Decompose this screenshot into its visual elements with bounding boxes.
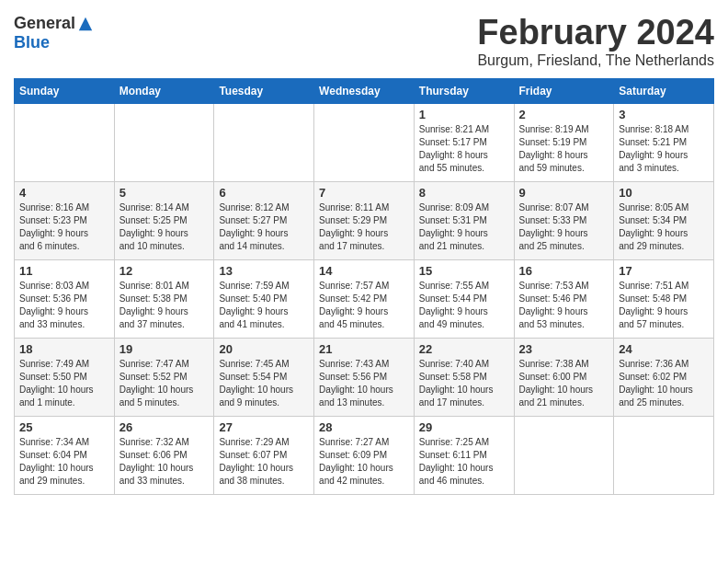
calendar-cell: 29Sunrise: 7:25 AM Sunset: 6:11 PM Dayli… [414, 416, 514, 494]
day-number: 15 [419, 264, 509, 278]
day-number: 29 [419, 420, 509, 434]
day-info: Sunrise: 7:38 AM Sunset: 6:00 PM Dayligh… [519, 358, 609, 409]
day-info: Sunrise: 7:47 AM Sunset: 5:52 PM Dayligh… [119, 358, 210, 409]
day-info: Sunrise: 8:21 AM Sunset: 5:17 PM Dayligh… [419, 123, 509, 175]
day-info: Sunrise: 7:36 AM Sunset: 6:02 PM Dayligh… [619, 358, 709, 409]
calendar-table: SundayMondayTuesdayWednesdayThursdayFrid… [14, 78, 714, 495]
day-number: 21 [319, 342, 409, 356]
logo-blue: Blue [14, 33, 50, 52]
calendar-week-5: 25Sunrise: 7:34 AM Sunset: 6:04 PM Dayli… [15, 416, 714, 494]
calendar-body: 1Sunrise: 8:21 AM Sunset: 5:17 PM Daylig… [15, 103, 714, 494]
day-info: Sunrise: 8:14 AM Sunset: 5:25 PM Dayligh… [119, 201, 210, 253]
calendar-cell: 11Sunrise: 8:03 AM Sunset: 5:36 PM Dayli… [15, 259, 115, 338]
day-info: Sunrise: 7:40 AM Sunset: 5:58 PM Dayligh… [419, 358, 509, 409]
calendar-cell: 23Sunrise: 7:38 AM Sunset: 6:00 PM Dayli… [514, 338, 614, 416]
calendar-cell: 22Sunrise: 7:40 AM Sunset: 5:58 PM Dayli… [414, 338, 514, 416]
calendar-week-1: 1Sunrise: 8:21 AM Sunset: 5:17 PM Daylig… [15, 103, 714, 181]
day-info: Sunrise: 7:34 AM Sunset: 6:04 PM Dayligh… [19, 436, 109, 488]
day-info: Sunrise: 7:55 AM Sunset: 5:44 PM Dayligh… [419, 280, 509, 331]
calendar-cell: 17Sunrise: 7:51 AM Sunset: 5:48 PM Dayli… [614, 259, 714, 338]
calendar-cell: 24Sunrise: 7:36 AM Sunset: 6:02 PM Dayli… [614, 338, 714, 416]
day-info: Sunrise: 8:11 AM Sunset: 5:29 PM Dayligh… [319, 201, 409, 253]
month-title: February 2024 [477, 14, 714, 52]
calendar-cell [214, 103, 314, 181]
day-info: Sunrise: 7:43 AM Sunset: 5:56 PM Dayligh… [319, 358, 409, 409]
header-day-friday: Friday [514, 78, 614, 103]
calendar-week-3: 11Sunrise: 8:03 AM Sunset: 5:36 PM Dayli… [15, 259, 714, 338]
day-number: 13 [219, 264, 309, 278]
day-number: 26 [119, 420, 210, 434]
calendar-week-2: 4Sunrise: 8:16 AM Sunset: 5:23 PM Daylig… [15, 181, 714, 259]
day-number: 25 [19, 420, 109, 434]
calendar-cell: 3Sunrise: 8:18 AM Sunset: 5:21 PM Daylig… [614, 103, 714, 181]
calendar-week-4: 18Sunrise: 7:49 AM Sunset: 5:50 PM Dayli… [15, 338, 714, 416]
calendar-cell: 19Sunrise: 7:47 AM Sunset: 5:52 PM Dayli… [114, 338, 214, 416]
header-day-saturday: Saturday [614, 78, 714, 103]
day-number: 8 [419, 186, 509, 200]
calendar-cell [15, 103, 115, 181]
day-info: Sunrise: 8:19 AM Sunset: 5:19 PM Dayligh… [519, 123, 609, 175]
calendar-cell: 26Sunrise: 7:32 AM Sunset: 6:06 PM Dayli… [114, 416, 214, 494]
calendar-cell: 20Sunrise: 7:45 AM Sunset: 5:54 PM Dayli… [214, 338, 314, 416]
day-info: Sunrise: 8:07 AM Sunset: 5:33 PM Dayligh… [519, 201, 609, 253]
calendar-cell: 13Sunrise: 7:59 AM Sunset: 5:40 PM Dayli… [214, 259, 314, 338]
calendar-cell: 18Sunrise: 7:49 AM Sunset: 5:50 PM Dayli… [15, 338, 115, 416]
location-title: Burgum, Friesland, The Netherlands [477, 52, 714, 69]
header-day-thursday: Thursday [414, 78, 514, 103]
calendar-cell: 15Sunrise: 7:55 AM Sunset: 5:44 PM Dayli… [414, 259, 514, 338]
day-number: 7 [319, 186, 409, 200]
day-info: Sunrise: 7:25 AM Sunset: 6:11 PM Dayligh… [419, 436, 509, 488]
day-info: Sunrise: 7:59 AM Sunset: 5:40 PM Dayligh… [219, 280, 309, 331]
day-number: 16 [519, 264, 609, 278]
day-info: Sunrise: 7:45 AM Sunset: 5:54 PM Dayligh… [219, 358, 309, 409]
title-area: February 2024 Burgum, Friesland, The Net… [477, 14, 714, 69]
calendar-cell [614, 416, 714, 494]
day-number: 14 [319, 264, 409, 278]
day-info: Sunrise: 8:01 AM Sunset: 5:38 PM Dayligh… [119, 280, 210, 331]
day-info: Sunrise: 8:18 AM Sunset: 5:21 PM Dayligh… [619, 123, 709, 175]
day-info: Sunrise: 7:53 AM Sunset: 5:46 PM Dayligh… [519, 280, 609, 331]
calendar-cell: 2Sunrise: 8:19 AM Sunset: 5:19 PM Daylig… [514, 103, 614, 181]
day-number: 5 [119, 186, 210, 200]
calendar-cell: 10Sunrise: 8:05 AM Sunset: 5:34 PM Dayli… [614, 181, 714, 259]
day-info: Sunrise: 8:03 AM Sunset: 5:36 PM Dayligh… [19, 280, 109, 331]
day-number: 6 [219, 186, 309, 200]
day-info: Sunrise: 7:32 AM Sunset: 6:06 PM Dayligh… [119, 436, 210, 488]
day-info: Sunrise: 7:27 AM Sunset: 6:09 PM Dayligh… [319, 436, 409, 488]
day-number: 2 [519, 108, 609, 121]
day-info: Sunrise: 8:16 AM Sunset: 5:23 PM Dayligh… [19, 201, 109, 253]
calendar-cell: 1Sunrise: 8:21 AM Sunset: 5:17 PM Daylig… [414, 103, 514, 181]
day-number: 28 [319, 420, 409, 434]
day-info: Sunrise: 8:09 AM Sunset: 5:31 PM Dayligh… [419, 201, 509, 253]
calendar-cell: 14Sunrise: 7:57 AM Sunset: 5:42 PM Dayli… [314, 259, 415, 338]
header-day-wednesday: Wednesday [314, 78, 415, 103]
page-header: General Blue February 2024 Burgum, Fries… [14, 14, 714, 69]
day-number: 4 [19, 186, 109, 200]
header-day-tuesday: Tuesday [214, 78, 314, 103]
calendar-cell: 28Sunrise: 7:27 AM Sunset: 6:09 PM Dayli… [314, 416, 415, 494]
calendar-cell [514, 416, 614, 494]
calendar-cell: 7Sunrise: 8:11 AM Sunset: 5:29 PM Daylig… [314, 181, 415, 259]
calendar-cell: 25Sunrise: 7:34 AM Sunset: 6:04 PM Dayli… [15, 416, 115, 494]
day-number: 23 [519, 342, 609, 356]
day-number: 1 [419, 108, 509, 121]
day-number: 22 [419, 342, 509, 356]
logo-general: General [14, 14, 75, 33]
day-number: 24 [619, 342, 709, 356]
day-number: 12 [119, 264, 210, 278]
day-number: 19 [119, 342, 210, 356]
day-info: Sunrise: 8:05 AM Sunset: 5:34 PM Dayligh… [619, 201, 709, 253]
day-number: 3 [619, 108, 709, 121]
logo: General Blue [14, 14, 94, 52]
calendar-cell: 8Sunrise: 8:09 AM Sunset: 5:31 PM Daylig… [414, 181, 514, 259]
calendar-cell: 12Sunrise: 8:01 AM Sunset: 5:38 PM Dayli… [114, 259, 214, 338]
day-info: Sunrise: 7:29 AM Sunset: 6:07 PM Dayligh… [219, 436, 309, 488]
day-info: Sunrise: 7:51 AM Sunset: 5:48 PM Dayligh… [619, 280, 709, 331]
calendar-cell: 27Sunrise: 7:29 AM Sunset: 6:07 PM Dayli… [214, 416, 314, 494]
calendar-header-row: SundayMondayTuesdayWednesdayThursdayFrid… [15, 78, 714, 103]
day-number: 27 [219, 420, 309, 434]
calendar-cell [314, 103, 415, 181]
day-number: 10 [619, 186, 709, 200]
day-number: 20 [219, 342, 309, 356]
calendar-cell [114, 103, 214, 181]
